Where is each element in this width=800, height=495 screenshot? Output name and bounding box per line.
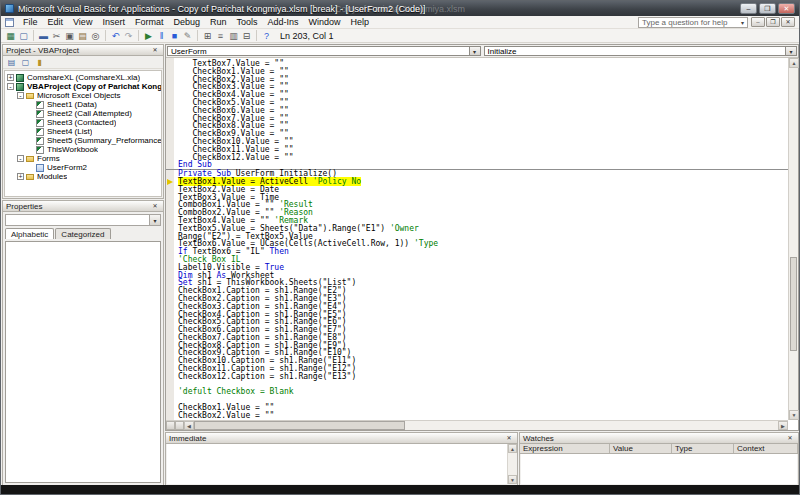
project-panel-header[interactable]: Project - VBAProject ✕ xyxy=(3,45,163,56)
scroll-up-icon[interactable]: ▲ xyxy=(508,444,517,453)
tree-item[interactable]: Sheet2 (Call Attempted) xyxy=(5,109,161,118)
tree-item[interactable]: Sheet1 (Data) xyxy=(5,100,161,109)
menu-item-view[interactable]: View xyxy=(68,16,97,29)
help-icon[interactable]: ? xyxy=(260,30,273,42)
code-horizontal-scrollbar[interactable]: ◀ ▶ xyxy=(166,420,788,430)
menu-item-file[interactable]: File xyxy=(18,16,43,29)
view-code-icon[interactable]: ▤ xyxy=(6,57,17,68)
code-window-icon[interactable] xyxy=(5,18,14,27)
tree-item[interactable]: UserForm2 xyxy=(5,163,161,172)
line-col-indicator: Ln 203, Col 1 xyxy=(280,31,334,41)
scroll-down-icon[interactable]: ▼ xyxy=(508,475,517,484)
full-module-view-button[interactable] xyxy=(175,421,184,430)
close-icon[interactable]: ✕ xyxy=(150,202,160,211)
toolbar-separator xyxy=(105,30,106,41)
tree-item[interactable]: Sheet5 (Summary_Preformance) xyxy=(5,136,161,145)
tree-expander[interactable]: - xyxy=(7,83,14,90)
chevron-down-icon[interactable]: ▾ xyxy=(785,47,796,55)
object-dropdown[interactable]: UserForm ▾ xyxy=(167,46,481,56)
project-panel-title: Project - VBAProject xyxy=(6,46,79,55)
close-button[interactable]: ✕ xyxy=(778,3,795,14)
scroll-left-icon[interactable]: ◀ xyxy=(184,421,194,430)
title-bar[interactable]: Microsoft Visual Basic for Applications … xyxy=(1,1,799,16)
menu-item-tools[interactable]: Tools xyxy=(231,16,262,29)
reset-icon[interactable]: ■ xyxy=(168,30,181,42)
minimize-button[interactable]: – xyxy=(740,3,757,14)
view-object-icon[interactable]: ▢ xyxy=(20,57,31,68)
child-restore-button[interactable]: ❐ xyxy=(766,17,780,27)
tree-item[interactable]: +Modules xyxy=(5,172,161,181)
watches-column-header: Expression xyxy=(520,444,610,453)
menu-item-insert[interactable]: Insert xyxy=(97,16,130,29)
properties-object-combo[interactable]: ▾ xyxy=(5,214,161,226)
project-explorer-icon[interactable]: ⊞ xyxy=(201,30,214,42)
immediate-input-area[interactable]: ▲ ▼ xyxy=(167,444,516,484)
sheet-icon xyxy=(36,119,44,127)
tree-item[interactable]: -Forms xyxy=(5,154,161,163)
scroll-up-icon[interactable]: ▲ xyxy=(789,58,799,68)
tree-item[interactable]: +ComshareXL (ComshareXL.xla) xyxy=(5,73,161,82)
menu-item-edit[interactable]: Edit xyxy=(43,16,69,29)
tree-expander[interactable]: + xyxy=(7,74,14,81)
maximize-button[interactable]: ❐ xyxy=(759,3,776,14)
code-line: CheckBox2.Value = "" xyxy=(166,412,788,420)
paste-icon[interactable]: ▤ xyxy=(76,30,89,42)
tree-item[interactable]: -Microsoft Excel Objects xyxy=(5,91,161,100)
tree-item[interactable]: ThisWorkbook xyxy=(5,145,161,154)
procedure-view-button[interactable] xyxy=(166,421,175,430)
undo-icon[interactable]: ↶ xyxy=(109,30,122,42)
watches-panel-title: Watches xyxy=(523,434,554,443)
vertical-scroll-thumb[interactable] xyxy=(790,257,797,351)
child-close-button[interactable]: ✕ xyxy=(781,17,795,27)
tab-alphabetic[interactable]: Alphabetic xyxy=(5,228,54,239)
find-icon[interactable]: ◎ xyxy=(89,30,102,42)
tree-item[interactable]: -VBAProject (Copy of Parichat Kongmiya.x… xyxy=(5,82,161,91)
menu-item-window[interactable]: Window xyxy=(304,16,346,29)
horizontal-scroll-thumb[interactable] xyxy=(194,421,405,430)
code-vertical-scrollbar[interactable]: ▲ ▼ xyxy=(788,58,798,420)
run-icon[interactable]: ▶ xyxy=(142,30,155,42)
menu-item-format[interactable]: Format xyxy=(130,16,169,29)
insert-userform-icon[interactable]: ▢ xyxy=(17,30,30,42)
menu-item-addins[interactable]: Add-Ins xyxy=(262,16,303,29)
design-mode-icon[interactable]: ✎ xyxy=(181,30,194,42)
properties-panel-header[interactable]: Properties ✕ xyxy=(3,201,163,212)
watches-panel-header[interactable]: Watches ✕ xyxy=(520,433,798,444)
watches-list[interactable] xyxy=(521,454,797,484)
close-icon[interactable]: ✕ xyxy=(785,434,795,443)
properties-list[interactable] xyxy=(5,241,161,483)
object-browser-icon[interactable]: ▥ xyxy=(227,30,240,42)
break-icon[interactable]: ‖ xyxy=(155,30,168,42)
menu-item-help[interactable]: Help xyxy=(346,16,375,29)
tree-item[interactable]: Sheet4 (List) xyxy=(5,127,161,136)
copy-icon[interactable]: ▣ xyxy=(63,30,76,42)
save-icon[interactable]: ▬ xyxy=(37,30,50,42)
scroll-right-icon[interactable]: ▶ xyxy=(778,421,788,430)
menu-item-run[interactable]: Run xyxy=(205,16,232,29)
chevron-down-icon[interactable]: ▾ xyxy=(469,47,480,55)
procedure-dropdown[interactable]: Initialize ▾ xyxy=(484,46,798,56)
immediate-panel-header[interactable]: Immediate ✕ xyxy=(166,433,517,444)
tree-expander[interactable]: - xyxy=(17,92,24,99)
child-minimize-button[interactable]: – xyxy=(751,17,765,27)
help-search-box[interactable]: Type a question for help ▾ xyxy=(638,17,748,28)
tree-expander[interactable]: - xyxy=(17,155,24,162)
cut-icon[interactable]: ✂ xyxy=(50,30,63,42)
code-editor[interactable]: TextBox7.Value = "" CheckBox1.Value = ""… xyxy=(166,58,788,420)
tree-expander[interactable]: + xyxy=(17,173,24,180)
properties-window-icon[interactable]: ≡ xyxy=(214,30,227,42)
tree-item[interactable]: Sheet3 (Contacted) xyxy=(5,118,161,127)
tree-item-label: VBAProject (Copy of Parichat Kongmiya.xl… xyxy=(27,82,161,91)
folder-icon xyxy=(26,156,34,162)
tab-categorized[interactable]: Categorized xyxy=(55,228,110,239)
immediate-scrollbar[interactable]: ▲ ▼ xyxy=(507,444,516,484)
close-icon[interactable]: ✕ xyxy=(504,434,514,443)
redo-icon[interactable]: ↷ xyxy=(122,30,135,42)
chevron-down-icon[interactable]: ▾ xyxy=(149,215,160,225)
view-excel-icon[interactable]: ▦ xyxy=(4,30,17,42)
toggle-folders-icon[interactable]: ▮ xyxy=(34,57,45,68)
toolbox-icon[interactable]: ⊟ xyxy=(240,30,253,42)
scroll-down-icon[interactable]: ▼ xyxy=(789,410,799,420)
menu-item-debug[interactable]: Debug xyxy=(168,16,205,29)
close-icon[interactable]: ✕ xyxy=(150,46,160,55)
